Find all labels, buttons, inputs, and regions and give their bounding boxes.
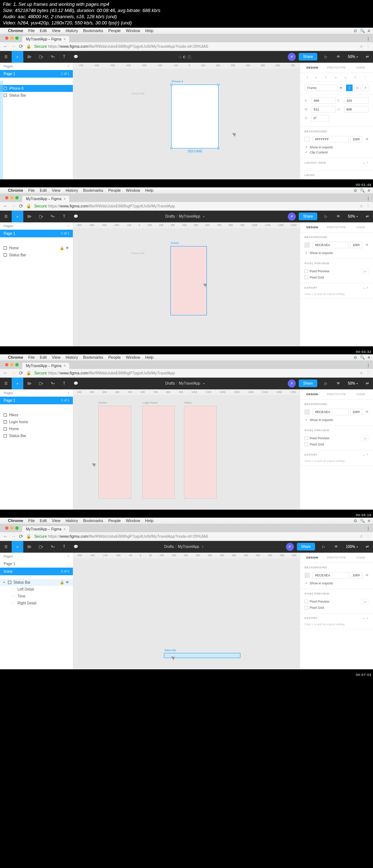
tab-design[interactable]: DESIGN [300, 63, 325, 73]
present-icon[interactable]: ▷ [320, 211, 332, 222]
x-input[interactable] [311, 97, 336, 104]
panel-toggle-icon[interactable]: ⇄ [361, 378, 373, 389]
visibility-icon[interactable]: 👁 [365, 573, 369, 577]
page-row-page1[interactable]: Page 11 of 1 [0, 397, 73, 404]
share-button[interactable]: Share [299, 379, 317, 387]
add-page-icon[interactable]: + [67, 554, 69, 558]
component-icon[interactable]: ◇ [178, 55, 181, 59]
menu-history[interactable]: History [66, 28, 78, 33]
browser-tab[interactable]: MyTravelApp – Figma× [22, 526, 69, 532]
user-avatar-icon[interactable]: P [288, 213, 296, 221]
shape-tool-icon[interactable]: ▢▾ [35, 211, 47, 222]
add-export-icon[interactable]: — + [363, 616, 369, 620]
close-window-icon[interactable] [5, 196, 8, 199]
comment-tool-icon[interactable]: 💬 [70, 51, 82, 63]
frame-hikes[interactable]: Hikes [184, 406, 217, 499]
bg-swatch[interactable] [305, 242, 310, 248]
bg-swatch[interactable] [305, 137, 310, 142]
tab-prototype[interactable]: PROTOTYPE [325, 389, 349, 399]
tab-design[interactable]: DESIGN [300, 222, 325, 232]
bg-hex-input[interactable] [313, 136, 349, 143]
url-field[interactable]: Secure https://www.figma.com/file/RWdsUu… [34, 371, 175, 375]
frame-tool-icon[interactable]: ⊞▾ [23, 541, 35, 553]
present-icon[interactable]: ▷ [320, 51, 332, 63]
view-settings-icon[interactable]: 👁 [330, 541, 342, 553]
boolean-icon[interactable]: ◫ [188, 55, 191, 59]
back-icon[interactable]: ← [3, 43, 8, 49]
menu-extra-icon[interactable]: ≡ [368, 355, 370, 359]
present-icon[interactable]: ▷ [320, 378, 332, 389]
comment-tool-icon[interactable]: 💬 [70, 378, 82, 389]
comment-tool-icon[interactable]: 💬 [70, 211, 82, 222]
https-lock-icon[interactable]: 🔒 [26, 371, 31, 375]
layer-statusbar[interactable]: Status Bar [0, 92, 73, 99]
layer-login-home[interactable]: Login home [0, 419, 73, 425]
layer-right-detail[interactable]: ⋮⋮Right Detail [0, 600, 73, 607]
share-button[interactable]: Share [299, 213, 317, 220]
url-field[interactable]: Secure https://www.figma.com/file/RWdsUu… [34, 204, 175, 208]
view-settings-icon[interactable]: 👁 [333, 51, 344, 63]
close-tab-icon[interactable]: × [63, 197, 66, 201]
canvas[interactable]: -500-400-300-200-10001002003004005006007… [73, 222, 300, 346]
profile-avatar-icon[interactable] [368, 196, 369, 201]
text-tool-icon[interactable]: T [58, 51, 70, 63]
panel-toggle-icon[interactable]: ⇄ [361, 51, 373, 63]
bg-opacity-input[interactable] [350, 572, 362, 579]
move-tool-icon[interactable]: ▸ [12, 378, 23, 389]
hamburger-menu-icon[interactable]: ☰ [0, 211, 12, 222]
profile-avatar-icon[interactable] [368, 363, 369, 368]
show-in-exports-checkbox[interactable]: ✓Show in exports [305, 250, 369, 256]
lock-icon[interactable]: 🔒 [60, 246, 64, 250]
layer-statusbar[interactable]: ▸Status Bar 🔒👁 [0, 579, 73, 586]
share-button[interactable]: Share [297, 543, 315, 550]
frame-login-home[interactable]: Login home [142, 406, 175, 499]
menu-extra-icon[interactable]: ≡ [368, 188, 370, 192]
reload-icon[interactable]: ⟳ [19, 43, 23, 49]
user-avatar-icon[interactable]: P [288, 53, 296, 61]
canvas[interactable]: 1002003004005006007008009001000110012001… [73, 389, 300, 510]
search-icon[interactable]: 🔍 [360, 28, 365, 33]
kebab-menu-icon[interactable]: ⋮ [366, 371, 370, 375]
page-row-page1[interactable]: Page 1 1 of 1 [0, 70, 73, 78]
selection-handle[interactable] [170, 84, 172, 86]
tab-design[interactable]: DESIGN [300, 389, 325, 399]
text-tool-icon[interactable]: T [58, 541, 70, 553]
frame-home[interactable]: Home [170, 246, 207, 315]
frame-tool-icon[interactable]: ⊞▾ [23, 211, 35, 222]
eye-icon[interactable]: 👁 [66, 580, 69, 584]
star-icon[interactable]: ☆ [360, 44, 363, 49]
portrait-icon[interactable]: ▯ [346, 85, 353, 91]
breadcrumb-file[interactable]: MyTravelApp [178, 545, 199, 549]
visibility-icon[interactable]: 👁 [365, 410, 369, 414]
close-tab-icon[interactable]: × [63, 37, 66, 41]
tab-code[interactable]: CODE [349, 389, 373, 399]
close-tab-icon[interactable]: × [63, 364, 66, 368]
https-lock-icon[interactable]: 🔒 [26, 534, 31, 539]
reload-icon[interactable]: ⟳ [19, 370, 23, 376]
shape-tool-icon[interactable]: ▢▾ [35, 378, 47, 389]
visibility-icon[interactable]: 👁 [365, 137, 369, 141]
kebab-menu-icon[interactable]: ⋮ [366, 534, 370, 539]
eye-icon[interactable]: 👁 [66, 246, 69, 250]
mask-icon[interactable]: ◐ [183, 55, 186, 59]
star-icon[interactable]: ☆ [360, 371, 363, 375]
breadcrumb-file[interactable]: MyTravelApp [179, 214, 200, 218]
close-window-icon[interactable] [5, 526, 8, 530]
bg-hex-input[interactable] [313, 242, 349, 248]
align-top-icon[interactable]: ⫠ [334, 75, 338, 79]
bg-swatch[interactable] [305, 573, 310, 578]
browser-tab[interactable]: MyTravelApp – Figma× [22, 363, 69, 369]
canvas[interactable]: -700-600-500-400-300-200-100010020030040… [73, 63, 300, 179]
star-icon[interactable]: ☆ [360, 204, 363, 209]
add-grid-icon[interactable]: — + [363, 161, 369, 164]
w-input[interactable] [311, 106, 336, 113]
text-tool-icon[interactable]: T [58, 211, 70, 222]
https-lock-icon[interactable]: 🔒 [26, 204, 31, 209]
profile-avatar-icon[interactable] [368, 526, 369, 531]
bg-hex-input[interactable] [313, 409, 349, 415]
hamburger-menu-icon[interactable]: ☰ [0, 541, 12, 553]
pixel-preview-checkbox[interactable]: Pixel Preview1x [305, 435, 369, 442]
pixel-preview-checkbox[interactable]: Pixel Preview1x [305, 268, 369, 275]
clip-content-checkbox[interactable]: ✓Clip Content [305, 150, 369, 155]
pixel-grid-checkbox[interactable]: Pixel Grid [305, 275, 369, 280]
